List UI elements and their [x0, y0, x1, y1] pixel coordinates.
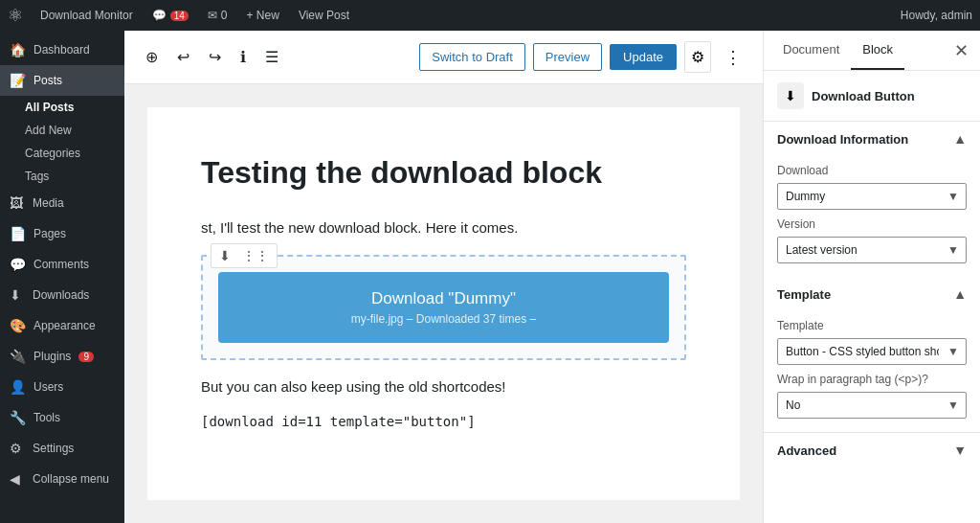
sidebar-label-downloads: Downloads	[33, 288, 89, 302]
post-title[interactable]: Testing the download block	[201, 153, 686, 193]
advanced-toggle-icon: ▼	[953, 443, 967, 458]
download-block-wrapper[interactable]: ⬇ ⋮⋮ Download "Dummy" my-file.jpg – Down…	[201, 255, 686, 360]
sidebar-item-pages[interactable]: 📄 Pages	[0, 218, 124, 249]
download-info-header[interactable]: Download Information ▲	[764, 122, 980, 156]
collapse-icon: ◀	[10, 471, 25, 487]
tab-document[interactable]: Document	[771, 31, 851, 70]
template-section: Template ▲ Template Button - CSS styled …	[764, 277, 980, 432]
download-info-title: Download Information	[777, 132, 908, 147]
template-header[interactable]: Template ▲	[764, 277, 980, 311]
undo-button[interactable]: ↩	[171, 42, 195, 72]
sidebar-label-plugins: Plugins	[33, 350, 71, 363]
editor-paper: Testing the download block st, I'll test…	[147, 107, 740, 500]
intro-text[interactable]: st, I'll test the new download block. He…	[201, 216, 686, 239]
admin-bar-messages[interactable]: ✉ 0	[202, 9, 234, 22]
sidebar-label-tools: Tools	[33, 411, 60, 424]
downloads-icon: ⬇	[10, 287, 25, 303]
advanced-section: Advanced ▼	[764, 432, 980, 467]
block-nav-button[interactable]: ☰	[259, 42, 284, 72]
block-icon-btn[interactable]: ⬇	[215, 246, 234, 265]
sidebar-item-downloads[interactable]: ⬇ Downloads	[0, 280, 124, 310]
sidebar-sub-categories[interactable]: Categories	[0, 142, 124, 165]
sidebar-sub-add-new[interactable]: Add New	[0, 119, 124, 142]
sidebar-item-dashboard[interactable]: 🏠 Dashboard	[0, 34, 124, 65]
editor-container: ⊕ ↩ ↪ ℹ ☰ Switch to Draft Preview Update…	[124, 31, 763, 523]
admin-bar-view-post[interactable]: View Post	[293, 9, 355, 22]
admin-bar-site[interactable]: Download Monitor	[34, 9, 139, 22]
users-icon: 👤	[10, 379, 26, 395]
version-select[interactable]: Latest version	[777, 237, 967, 263]
admin-bar: ⚛ Download Monitor 💬 14 ✉ 0 + New View P…	[0, 0, 980, 31]
sidebar-item-appearance[interactable]: 🎨 Appearance	[0, 310, 124, 341]
download-field-label: Download	[777, 164, 967, 177]
editor-content: Testing the download block st, I'll test…	[124, 84, 763, 523]
sidebar-item-posts[interactable]: 📝 Posts	[0, 65, 124, 96]
add-new-label: Add New	[25, 124, 72, 137]
dashboard-icon: 🏠	[10, 42, 26, 57]
media-icon: 🖼	[10, 195, 25, 211]
sidebar-collapse[interactable]: ◀ Collapse menu	[0, 464, 124, 494]
settings-gear-button[interactable]: ⚙	[684, 41, 711, 73]
sidebar-label-posts: Posts	[33, 74, 62, 87]
redo-button[interactable]: ↪	[203, 42, 227, 72]
block-type-icon: ⬇	[777, 82, 804, 109]
block-drag-btn[interactable]: ⋮⋮	[238, 246, 273, 265]
sidebar-item-comments[interactable]: 💬 Comments	[0, 249, 124, 280]
preview-button[interactable]: Preview	[533, 43, 602, 71]
wrap-select[interactable]: No	[777, 392, 967, 419]
more-options-button[interactable]: ⋮	[719, 43, 747, 72]
collapse-label: Collapse menu	[33, 472, 109, 486]
all-posts-label: All Posts	[25, 101, 74, 114]
sidebar-sub-all-posts[interactable]: All Posts	[0, 96, 124, 119]
howdy-text: Howdy, admin	[901, 9, 972, 22]
editor-toolbar: ⊕ ↩ ↪ ℹ ☰ Switch to Draft Preview Update…	[124, 31, 763, 84]
plugins-badge: 9	[78, 352, 94, 362]
template-title: Template	[777, 287, 831, 302]
comments-count: 14	[170, 11, 189, 21]
sidebar-item-users[interactable]: 👤 Users	[0, 372, 124, 402]
sidebar-item-media[interactable]: 🖼 Media	[0, 188, 124, 218]
sidebar-label-media: Media	[33, 196, 64, 210]
switch-draft-button[interactable]: Switch to Draft	[419, 43, 525, 71]
download-select-wrapper: Dummy ▼	[777, 183, 967, 210]
pages-icon: 📄	[10, 226, 26, 241]
sidebar-label-comments: Comments	[33, 258, 89, 271]
wp-logo-icon: ⚛	[8, 5, 23, 26]
sidebar-label-users: Users	[33, 380, 63, 394]
appearance-icon: 🎨	[10, 318, 26, 333]
posts-icon: 📝	[10, 73, 26, 88]
advanced-title: Advanced	[777, 443, 836, 458]
sidebar-label-settings: Settings	[33, 442, 74, 455]
download-info-body: Download Dummy ▼ Version Latest version …	[764, 156, 980, 277]
download-info-section: Download Information ▲ Download Dummy ▼ …	[764, 122, 980, 277]
info-button[interactable]: ℹ	[234, 42, 252, 72]
template-select-wrapper: Button - CSS styled button sho... ▼	[777, 338, 967, 365]
view-post-label: View Post	[299, 9, 349, 22]
download-button-preview[interactable]: Download "Dummy" my-file.jpg – Downloade…	[218, 272, 669, 343]
advanced-header[interactable]: Advanced ▼	[764, 433, 980, 467]
panel-close-button[interactable]: ✕	[950, 36, 972, 65]
admin-bar-new[interactable]: + New	[241, 9, 285, 22]
block-header-row: ⬇ Download Button	[764, 71, 980, 122]
download-button-label: Download "Dummy"	[241, 289, 646, 308]
template-select[interactable]: Button - CSS styled button sho...	[777, 338, 967, 365]
update-button[interactable]: Update	[610, 44, 677, 70]
version-field-label: Version	[777, 217, 967, 231]
add-block-button[interactable]: ⊕	[140, 42, 164, 72]
main-layout: 🏠 Dashboard 📝 Posts All Posts Add New Ca…	[0, 31, 980, 523]
sidebar-item-tools[interactable]: 🔧 Tools	[0, 402, 124, 433]
wrap-field-label: Wrap in paragraph tag (<p>)?	[777, 373, 967, 386]
comments-icon: 💬	[10, 257, 26, 272]
tab-block[interactable]: Block	[851, 31, 904, 70]
sidebar-label-dashboard: Dashboard	[33, 43, 90, 57]
panel-tabs: Document Block ✕	[764, 31, 980, 71]
admin-bar-comments[interactable]: 💬 14	[146, 9, 194, 22]
sidebar-item-settings[interactable]: ⚙ Settings	[0, 433, 124, 464]
download-select[interactable]: Dummy	[777, 183, 967, 210]
sidebar-item-plugins[interactable]: 🔌 Plugins 9	[0, 341, 124, 372]
messages-count: 0	[221, 9, 228, 22]
sidebar-sub-tags[interactable]: Tags	[0, 165, 124, 188]
admin-bar-right: Howdy, admin	[901, 9, 972, 22]
sidebar-label-pages: Pages	[33, 227, 66, 240]
template-field-label: Template	[777, 319, 967, 332]
